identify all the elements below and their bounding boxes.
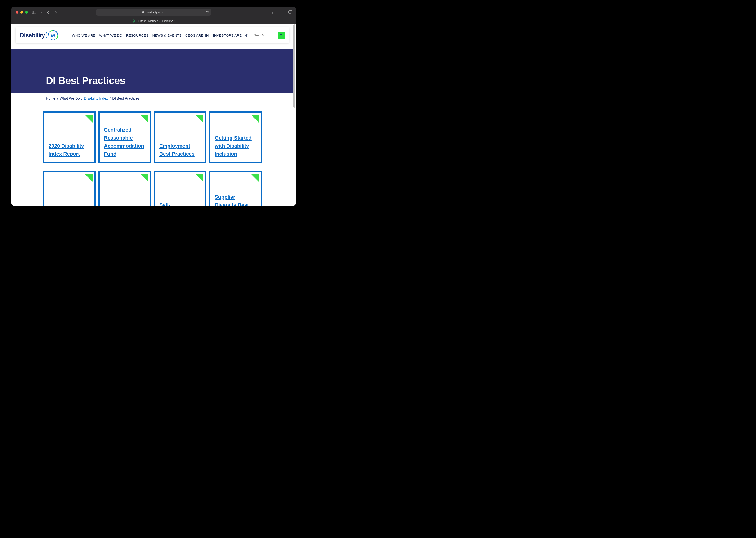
nav-news-events[interactable]: NEWS & EVENTS — [152, 33, 182, 37]
url-text: disabilityin.org — [146, 10, 165, 14]
new-tab-icon[interactable] — [280, 10, 284, 14]
card[interactable]: Getting Started with Disability Inclusio… — [209, 111, 262, 163]
address-bar[interactable]: disabilityin.org — [96, 9, 211, 16]
card-link[interactable]: Employment Best Practices — [159, 142, 201, 158]
logo-text-left: Disability — [20, 32, 45, 39]
card-link[interactable]: Centralized Reasonable Accommodation Fun… — [104, 126, 145, 158]
back-button[interactable] — [47, 10, 50, 14]
breadcrumb-sep: / — [110, 96, 111, 100]
svg-text:IN: IN — [132, 20, 134, 22]
card-corner-icon — [140, 174, 148, 182]
card-corner-icon — [85, 115, 92, 123]
search-form — [252, 32, 285, 39]
svg-rect-2 — [142, 12, 144, 14]
svg-rect-8 — [289, 10, 292, 13]
nav-links: WHO WE ARE WHAT WE DO RESOURCES NEWS & E… — [72, 33, 248, 37]
window-close-button[interactable] — [16, 11, 19, 14]
share-icon[interactable] — [272, 10, 275, 14]
tab-bar: IN DI Best Practices - Disability:IN — [11, 18, 296, 24]
card-link[interactable]: Self-Identification — [159, 201, 201, 206]
traffic-lights — [16, 11, 28, 14]
svg-rect-14 — [280, 34, 282, 36]
breadcrumb-sep: / — [57, 96, 58, 100]
titlebar: disabilityin.org — [11, 7, 296, 18]
search-button[interactable] — [278, 32, 285, 38]
card-corner-icon — [140, 115, 148, 123]
card-corner-icon — [195, 174, 203, 182]
nav-what-we-do[interactable]: WHAT WE DO — [99, 33, 122, 37]
reload-button[interactable] — [205, 11, 209, 14]
tab-title[interactable]: DI Best Practices - Disability:IN — [136, 20, 176, 23]
favicon-icon: IN — [132, 20, 135, 23]
window-minimize-button[interactable] — [20, 11, 23, 14]
svg-rect-0 — [32, 11, 36, 14]
page-title: DI Best Practices — [46, 75, 125, 86]
card[interactable]: Roadmap to — [98, 171, 151, 206]
window-zoom-button[interactable] — [25, 11, 28, 14]
card-corner-icon — [251, 174, 259, 182]
card[interactable]: 2020 Disability Index Report — [43, 111, 96, 163]
scrollbar-thumb[interactable] — [293, 25, 295, 108]
page-viewport: DI Best Practices Home / What We Do / Di… — [11, 24, 296, 206]
breadcrumb-item[interactable]: Home — [46, 96, 55, 100]
sidebar-toggle-icon[interactable] — [32, 11, 36, 14]
card-corner-icon — [251, 115, 259, 123]
breadcrumb-sep: / — [82, 96, 83, 100]
nav-who-we-are[interactable]: WHO WE ARE — [72, 33, 95, 37]
forward-button[interactable] — [54, 10, 57, 14]
card-corner-icon — [195, 115, 203, 123]
logo-mark-icon: IN — [46, 29, 59, 41]
breadcrumb-item[interactable]: What We Do — [60, 96, 80, 100]
card-link[interactable]: Supplier Diversity Best Practices from — [215, 193, 256, 206]
tabs-overview-icon[interactable] — [288, 10, 292, 14]
card[interactable]: Employment Best Practices — [154, 111, 206, 163]
nav-investors-are-in[interactable]: INVESTORS ARE 'IN' — [213, 33, 248, 37]
nav-ceos-are-in[interactable]: CEOS ARE 'IN' — [185, 33, 209, 37]
card[interactable]: Self-Identification — [154, 171, 206, 206]
lock-icon — [142, 11, 145, 14]
search-input[interactable] — [252, 32, 278, 38]
breadcrumb-item-current: DI Best Practices — [112, 96, 140, 100]
logo[interactable]: Disability IN — [20, 29, 59, 41]
chevron-down-icon[interactable] — [39, 11, 43, 14]
card-link[interactable]: 2020 Disability Index Report — [48, 142, 90, 158]
svg-point-11 — [46, 32, 47, 33]
nav-resources[interactable]: RESOURCES — [126, 33, 148, 37]
svg-text:IN: IN — [51, 33, 55, 38]
card-grid: 2020 Disability Index Report Centralized… — [43, 111, 262, 206]
search-icon — [280, 34, 283, 37]
svg-point-12 — [46, 37, 47, 38]
card[interactable]: Global Best — [43, 171, 96, 206]
breadcrumb: Home / What We Do / Disability Index / D… — [46, 96, 140, 100]
breadcrumb-item[interactable]: Disability Index — [84, 96, 108, 100]
card[interactable]: Centralized Reasonable Accommodation Fun… — [98, 111, 151, 163]
card-link[interactable]: Getting Started with Disability Inclusio… — [215, 134, 256, 158]
hero-banner: DI Best Practices — [11, 48, 293, 93]
scrollbar[interactable] — [293, 24, 296, 206]
top-nav: Disability IN WHO WE ARE WHAT WE DO RESO… — [16, 27, 289, 43]
card-corner-icon — [85, 174, 92, 182]
browser-window: disabilityin.org IN DI Best Practices - … — [11, 7, 296, 206]
card[interactable]: Supplier Diversity Best Practices from — [209, 171, 262, 206]
